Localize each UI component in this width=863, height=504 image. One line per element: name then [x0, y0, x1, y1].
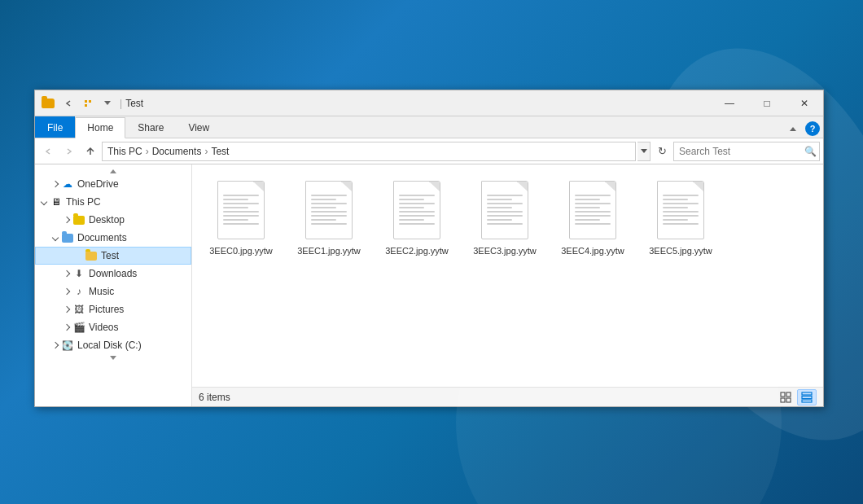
- videos-icon: 🎬: [72, 321, 85, 334]
- quick-access-properties-btn[interactable]: [79, 94, 97, 112]
- file-item-2[interactable]: 3EEC2.jpg.yytw: [376, 173, 458, 261]
- quick-access-toolbar: [59, 94, 116, 112]
- maximize-button[interactable]: □: [748, 90, 786, 116]
- file-name-2: 3EEC2.jpg.yytw: [385, 246, 449, 256]
- sidebar-label-test: Test: [101, 250, 187, 261]
- sidebar-label-local-disk: Local Disk (C:): [77, 340, 188, 351]
- file-item-3[interactable]: 3EEC3.jpg.yytw: [464, 173, 545, 261]
- sidebar-item-this-pc[interactable]: 🖥 This PC: [35, 193, 191, 211]
- ribbon-expand-area: ?: [784, 120, 823, 138]
- file-page-0: [217, 181, 265, 239]
- svg-rect-4: [786, 392, 791, 397]
- this-pc-expand-btn[interactable]: [38, 196, 50, 208]
- address-bar: This PC › Documents › Test ↻ 🔍: [35, 138, 823, 164]
- file-page-3: [481, 181, 528, 239]
- file-page-4: [569, 181, 616, 239]
- svg-rect-3: [781, 392, 785, 397]
- close-button[interactable]: ✕: [786, 90, 823, 116]
- view-toggle: [776, 389, 817, 405]
- sidebar-item-pictures[interactable]: 🖼 Pictures: [35, 300, 191, 318]
- desktop-icon: [72, 213, 85, 226]
- file-item-0[interactable]: 3EEC0.jpg.yytw: [200, 173, 282, 261]
- sidebar-item-test[interactable]: Test: [35, 247, 191, 265]
- sidebar-item-desktop[interactable]: Desktop: [35, 211, 191, 229]
- view-list-btn[interactable]: [797, 389, 817, 405]
- tab-view[interactable]: View: [176, 116, 221, 138]
- breadcrumb-pc-label: This PC: [107, 146, 142, 157]
- nav-up-button[interactable]: [81, 142, 100, 161]
- ribbon-tabs: File Home Share View ?: [35, 116, 823, 138]
- nav-forward-button[interactable]: [59, 142, 79, 161]
- file-icon-wrapper-1: [300, 177, 358, 243]
- local-disk-expand-btn[interactable]: [50, 340, 61, 351]
- downloads-expand-btn[interactable]: [61, 268, 72, 279]
- sidebar-item-documents[interactable]: Documents: [35, 229, 191, 247]
- breadcrumb-documents[interactable]: Documents: [152, 146, 202, 157]
- music-expand-btn[interactable]: [61, 286, 72, 297]
- breadcrumb-sep-2: ›: [204, 146, 208, 157]
- file-item-5[interactable]: 3EEC5.jpg.yytw: [640, 173, 721, 261]
- file-name-3: 3EEC3.jpg.yytw: [473, 246, 537, 256]
- address-path-bar[interactable]: This PC › Documents › Test: [102, 142, 636, 161]
- breadcrumb-pc[interactable]: This PC: [107, 146, 142, 157]
- sidebar-label-onedrive: OneDrive: [77, 178, 188, 190]
- explorer-window: | Test — □ ✕ File Home Share View: [34, 90, 824, 407]
- file-icon-wrapper-3: [475, 177, 534, 243]
- quick-access-back-btn[interactable]: [59, 94, 77, 112]
- minimize-button[interactable]: —: [711, 90, 748, 116]
- downloads-icon: ⬇: [72, 267, 85, 280]
- onedrive-icon: ☁: [61, 177, 74, 191]
- title-bar: | Test — □ ✕: [35, 90, 823, 116]
- view-grid-btn[interactable]: [776, 389, 795, 405]
- this-pc-icon: 🖥: [50, 195, 63, 208]
- quick-access-customize-btn[interactable]: [99, 94, 116, 112]
- file-item-1[interactable]: 3EEC1.jpg.yytw: [288, 173, 370, 261]
- pictures-icon: 🖼: [72, 303, 85, 316]
- help-button[interactable]: ?: [805, 121, 820, 136]
- tab-share[interactable]: Share: [125, 116, 176, 138]
- file-name-5: 3EEC5.jpg.yytw: [649, 246, 712, 256]
- breadcrumb-documents-label: Documents: [152, 146, 202, 157]
- sidebar-item-downloads[interactable]: ⬇ Downloads: [35, 265, 191, 283]
- refresh-button[interactable]: ↻: [652, 142, 672, 161]
- file-icon-wrapper-5: [651, 177, 710, 243]
- main-content: ☁ OneDrive 🖥 This PC: [35, 164, 823, 406]
- title-separator: |: [120, 98, 122, 109]
- address-dropdown-btn[interactable]: [637, 142, 651, 161]
- nav-back-button[interactable]: [38, 142, 58, 161]
- videos-expand-btn[interactable]: [61, 322, 72, 333]
- desktop-expand-btn[interactable]: [61, 214, 72, 226]
- file-area: 3EEC0.jpg.yytw: [192, 164, 823, 406]
- ribbon-collapse-btn[interactable]: [784, 120, 802, 138]
- file-icon-wrapper-4: [563, 177, 622, 243]
- grid-view-icon: [780, 392, 791, 403]
- file-item-4[interactable]: 3EEC4.jpg.yytw: [552, 173, 633, 261]
- file-name-0: 3EEC0.jpg.yytw: [209, 246, 273, 256]
- sidebar-scroll-up[interactable]: [110, 169, 116, 173]
- documents-expand-btn[interactable]: [50, 232, 61, 243]
- sidebar-item-local-disk[interactable]: 💽 Local Disk (C:): [35, 336, 191, 354]
- sidebar-label-music: Music: [89, 286, 188, 297]
- files-grid: 3EEC0.jpg.yytw: [192, 164, 823, 387]
- window-icon: [40, 95, 56, 112]
- folder-icon: [42, 99, 55, 108]
- svg-rect-2: [85, 104, 87, 107]
- file-page-5: [657, 181, 704, 239]
- breadcrumb-test[interactable]: Test: [211, 146, 229, 157]
- tab-home[interactable]: Home: [75, 117, 125, 138]
- breadcrumb-test-label: Test: [211, 146, 229, 157]
- sidebar-item-videos[interactable]: 🎬 Videos: [35, 318, 191, 336]
- onedrive-expand-btn[interactable]: [50, 178, 61, 190]
- pictures-expand-btn[interactable]: [61, 304, 72, 315]
- file-page-1: [305, 181, 353, 239]
- music-icon: ♪: [72, 285, 85, 298]
- search-box[interactable]: 🔍: [673, 142, 820, 161]
- sidebar-item-onedrive[interactable]: ☁ OneDrive: [35, 175, 191, 193]
- sidebar-item-music[interactable]: ♪ Music: [35, 283, 191, 300]
- sidebar-scroll-down[interactable]: [110, 356, 116, 360]
- file-name-1: 3EEC1.jpg.yytw: [297, 246, 361, 256]
- search-icon[interactable]: 🔍: [804, 146, 817, 157]
- tab-file[interactable]: File: [35, 116, 75, 138]
- search-input[interactable]: [679, 146, 801, 157]
- status-item-count: 6 items: [199, 392, 776, 403]
